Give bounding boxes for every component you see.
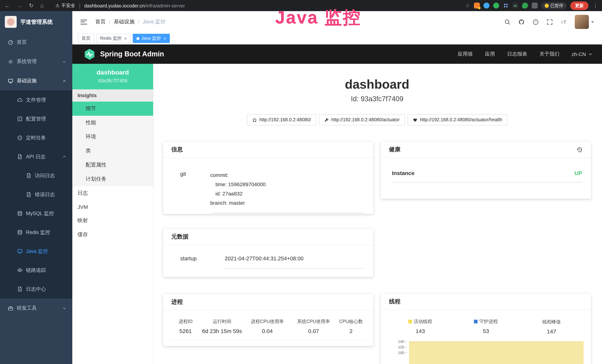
sba-nav: 应用墙 应用 日志报表 关于我们 zh-CN bbox=[458, 51, 592, 57]
metadata-value: 2021-04-27T00:44:31.254+08:00 bbox=[225, 256, 365, 268]
sidebar-item-system-mgmt[interactable]: 系统管理 bbox=[0, 52, 72, 71]
history-icon[interactable] bbox=[576, 146, 583, 153]
breadcrumb-home[interactable]: 首页 bbox=[95, 19, 106, 25]
extension-icon-6[interactable] bbox=[522, 3, 528, 9]
edit-icon bbox=[17, 116, 23, 122]
browser-home-icon[interactable]: ⌂ bbox=[40, 0, 43, 11]
sba-item-details[interactable]: 细节 bbox=[72, 102, 153, 116]
sidebar-item-api-logs[interactable]: API 日志 bbox=[0, 147, 72, 166]
language-selector[interactable]: zh-CN bbox=[572, 51, 592, 57]
spring-boot-admin-logo-icon bbox=[83, 48, 96, 60]
sba-item-metrics[interactable]: 性能 bbox=[72, 116, 153, 130]
sba-item-classes[interactable]: 类 bbox=[72, 144, 153, 158]
help-icon[interactable] bbox=[532, 19, 539, 25]
daemon-threads-value: 53 bbox=[453, 328, 519, 334]
close-icon[interactable]: × bbox=[124, 36, 127, 41]
extension-icon-1[interactable] bbox=[474, 3, 480, 9]
sba-header: Spring Boot Admin 应用墙 应用 日志报表 关于我们 zh-CN bbox=[72, 44, 602, 64]
instance-header[interactable]: dashboard 93a3fc7f7409 bbox=[72, 64, 153, 89]
document-icon bbox=[17, 286, 23, 292]
threads-chart-area bbox=[409, 342, 584, 364]
clock-icon bbox=[17, 135, 23, 140]
process-table: 进程ID5261 运行时间6d 23h 15m 59s 进程CPU使用率0.04… bbox=[163, 310, 373, 341]
process-cpu-value: 0.04 bbox=[243, 328, 292, 334]
instance-id: 93a3fc7f7409 bbox=[76, 78, 150, 84]
breadcrumb: 首页 / 基础设施 / Java 监控 bbox=[95, 19, 166, 25]
browser-menu-icon[interactable]: ⋮ bbox=[593, 3, 598, 8]
forward-icon[interactable]: → bbox=[17, 0, 22, 11]
reload-icon[interactable]: ↻ bbox=[29, 0, 33, 11]
document-icon bbox=[17, 154, 23, 160]
github-icon[interactable] bbox=[518, 19, 525, 25]
wrench-icon bbox=[324, 117, 329, 122]
sidebar-item-redis-monitor[interactable]: Redis 监控 bbox=[0, 223, 72, 242]
live-threads-value: 143 bbox=[387, 328, 453, 334]
gear-icon bbox=[8, 59, 13, 64]
avatar bbox=[575, 15, 589, 29]
extensions-grid-icon[interactable] bbox=[503, 3, 509, 9]
user-menu[interactable] bbox=[575, 15, 594, 29]
hamburger-icon[interactable] bbox=[80, 20, 87, 24]
font-size-icon[interactable] bbox=[561, 19, 567, 25]
cloud-icon bbox=[17, 97, 23, 103]
app-logo-block[interactable]: 芋道管理系统 bbox=[0, 11, 72, 33]
tab-redis-monitor[interactable]: Redis 监控 × bbox=[97, 34, 130, 43]
sidebar-item-dev-tools[interactable]: 研发工具 bbox=[0, 299, 72, 318]
sba-section-insights: Insights bbox=[72, 89, 153, 102]
sba-item-environment[interactable]: 环境 bbox=[72, 130, 153, 144]
eye-icon bbox=[17, 268, 23, 273]
bookmark-star-icon[interactable]: ☆ bbox=[465, 3, 470, 9]
sidebar-item-java-monitor[interactable]: Java 监控 bbox=[0, 242, 72, 261]
sidebar-item-config-mgmt[interactable]: 配置管理 bbox=[0, 109, 72, 128]
uptime-value: 6d 23h 15m 59s bbox=[201, 328, 243, 334]
tab-java-monitor[interactable]: Java 监控 × bbox=[133, 34, 170, 43]
sba-item-jvm[interactable]: JVM bbox=[72, 200, 153, 214]
sba-sidebar: dashboard 93a3fc7f7409 Insights 细节 性能 环境… bbox=[72, 64, 153, 364]
extension-icon-7[interactable] bbox=[532, 3, 538, 9]
sba-nav-wallboard[interactable]: 应用墙 bbox=[458, 51, 473, 57]
sidebar-item-mysql-monitor[interactable]: MySQL 监控 bbox=[0, 204, 72, 223]
tab-home[interactable]: 首页 bbox=[78, 34, 94, 43]
process-card-title: 进程 bbox=[163, 294, 373, 310]
extension-icon-3[interactable] bbox=[493, 3, 499, 9]
sba-item-logs[interactable]: 日志 bbox=[72, 186, 153, 200]
sba-item-scheduled-tasks[interactable]: 计划任务 bbox=[72, 172, 153, 186]
sidebar-item-home[interactable]: 首页 bbox=[0, 33, 72, 52]
extension-icon-5[interactable]: on bbox=[512, 3, 518, 9]
sidebar-item-log-center[interactable]: 日志中心 bbox=[0, 280, 72, 299]
search-icon[interactable] bbox=[504, 19, 511, 25]
database-icon bbox=[17, 211, 23, 216]
threads-chart: 140 120 100 bbox=[387, 341, 584, 364]
close-icon[interactable]: × bbox=[163, 36, 166, 41]
address-bar[interactable]: dashboard.yudao.iocoder.cn/infra/admin-s… bbox=[84, 3, 185, 8]
security-indicator[interactable]: ⚠ 不安全 bbox=[55, 2, 75, 9]
sba-item-mappings[interactable]: 映射 bbox=[72, 214, 153, 228]
sba-item-config-props[interactable]: 配置属性 bbox=[72, 158, 153, 172]
instance-links: http://192.168.0.2:48080/ http://192.168… bbox=[163, 114, 591, 125]
sba-nav-applications[interactable]: 应用 bbox=[485, 51, 495, 57]
actuator-url-link[interactable]: http://192.168.0.2:48080/actuator bbox=[319, 114, 405, 125]
sidebar-item-access-logs[interactable]: 访问日志 bbox=[0, 166, 72, 185]
sidebar-item-infrastructure[interactable]: 基础设施 bbox=[0, 71, 72, 90]
sba-nav-journal[interactable]: 日志报表 bbox=[507, 51, 527, 57]
service-url-link[interactable]: http://192.168.0.2:48080/ bbox=[247, 114, 316, 125]
system-cpu-value: 0.07 bbox=[292, 328, 335, 334]
legend-daemon-threads: 守护进程 53 bbox=[453, 318, 519, 334]
instance-id-line: Id: 93a3fc7f7409 bbox=[163, 95, 591, 103]
back-icon[interactable]: ← bbox=[4, 0, 10, 11]
sidebar-item-file-mgmt[interactable]: 文件管理 bbox=[0, 90, 72, 109]
sba-item-caches[interactable]: 缓存 bbox=[72, 228, 153, 242]
sidebar-item-trace[interactable]: 链路追踪 bbox=[0, 261, 72, 280]
sba-nav-about[interactable]: 关于我们 bbox=[539, 51, 559, 57]
sidebar-item-error-logs[interactable]: 错误日志 bbox=[0, 185, 72, 204]
extension-icon-2[interactable] bbox=[483, 3, 489, 9]
app-sidebar: 芋道管理系统 首页 系统管理 基础设施 bbox=[0, 11, 72, 364]
breadcrumb-infrastructure[interactable]: 基础设施 bbox=[114, 19, 135, 25]
paused-badge[interactable]: 已暂停 bbox=[541, 2, 567, 9]
process-id-value: 5261 bbox=[170, 328, 201, 334]
info-card: 信息 git commit: time: 1596289704000 id: 2… bbox=[163, 142, 373, 214]
chrome-update-button[interactable]: 更新 bbox=[570, 1, 589, 10]
fullscreen-icon[interactable] bbox=[547, 19, 553, 25]
health-url-link[interactable]: http://192.168.0.2:48080/actuator/health bbox=[407, 114, 507, 125]
sidebar-item-scheduled-jobs[interactable]: 定时任务 bbox=[0, 128, 72, 147]
